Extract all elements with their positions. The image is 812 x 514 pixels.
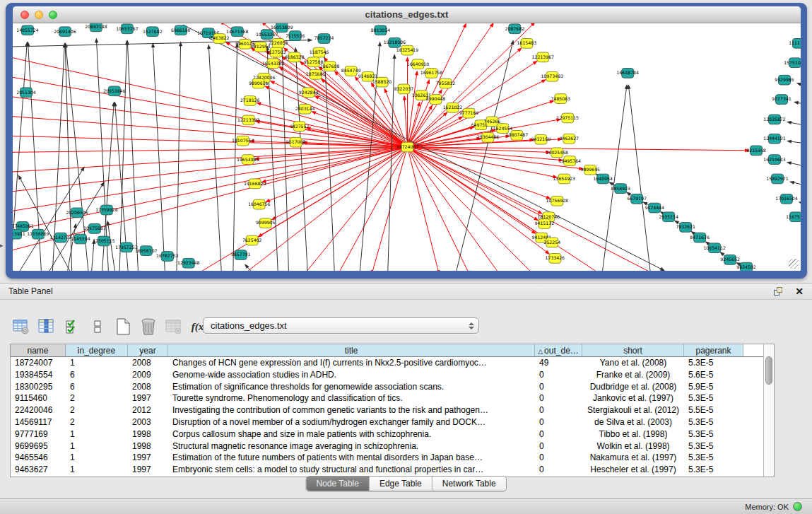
cell-title[interactable]: Estimation of the future numbers of pati…: [168, 452, 535, 464]
unselect-rows-button[interactable]: [89, 317, 106, 336]
cell-short[interactable]: Hescheler et al. (1997): [582, 464, 684, 476]
table-vertical-scrollbar[interactable]: [763, 344, 774, 477]
cell-name[interactable]: 18724007: [11, 357, 66, 369]
column-header-year[interactable]: year: [128, 344, 168, 356]
table-row[interactable]: 2242004622012Investigating the contribut…: [11, 404, 763, 416]
cell-short[interactable]: Jankovic et al. (1997): [582, 392, 684, 404]
network-edge[interactable]: [247, 267, 257, 271]
cell-title[interactable]: Structural magnetic resonance image aver…: [168, 440, 535, 452]
cell-short[interactable]: Dudbridge et al. (2008): [582, 381, 684, 393]
table-row[interactable]: 1456911722003Disruption of a novel membe…: [11, 416, 763, 428]
network-edge[interactable]: [13, 147, 407, 214]
cell-in_degree[interactable]: 2: [66, 416, 128, 428]
network-edge[interactable]: [261, 147, 408, 235]
table-row[interactable]: 969969511998Structural magnetic resonanc…: [11, 440, 763, 452]
cell-year[interactable]: 2012: [128, 404, 168, 416]
float-panel-icon[interactable]: [774, 287, 784, 296]
cell-pagerank[interactable]: 5.6E-5: [684, 369, 743, 381]
delete-table-button-disabled[interactable]: [165, 317, 182, 336]
table-row[interactable]: 946554611997Estimation of the future num…: [11, 452, 763, 464]
network-edge[interactable]: [629, 88, 651, 271]
cell-short[interactable]: Wolkin et al. (1998): [582, 440, 684, 452]
cell-out_de[interactable]: 0: [535, 381, 582, 393]
scrollbar-thumb[interactable]: [765, 356, 772, 385]
tab-network-table[interactable]: Network Table: [433, 477, 506, 491]
column-header-name[interactable]: name: [11, 344, 66, 356]
network-edge[interactable]: [454, 43, 512, 271]
tab-node-table[interactable]: Node Table: [306, 477, 370, 491]
table-row[interactable]: 946362711997Embryonic stem cells: a mode…: [11, 464, 763, 476]
cell-pagerank[interactable]: 5.3E-5: [684, 452, 743, 464]
network-edge[interactable]: [407, 26, 464, 147]
cell-name[interactable]: 9463627: [11, 464, 66, 476]
table-row[interactable]: 1872400712008Changes of HCN gene express…: [11, 357, 763, 369]
cell-pagerank[interactable]: 5.3E-5: [684, 416, 743, 428]
cell-year[interactable]: 1997: [128, 452, 168, 464]
network-edge[interactable]: [91, 243, 94, 271]
network-edge[interactable]: [119, 43, 127, 271]
table-settings-button[interactable]: [13, 317, 30, 336]
cell-year[interactable]: 2008: [128, 357, 168, 369]
cell-year[interactable]: 1997: [128, 392, 168, 404]
network-edge[interactable]: [127, 43, 138, 271]
cell-year[interactable]: 2008: [128, 381, 168, 393]
network-edge[interactable]: [194, 147, 408, 271]
select-all-button[interactable]: [64, 317, 81, 336]
cell-short[interactable]: Nakamura et al. (1997): [582, 452, 684, 464]
select-column-button[interactable]: [38, 317, 55, 336]
network-edge[interactable]: [259, 103, 407, 147]
network-edge[interactable]: [407, 147, 498, 271]
window-titlebar[interactable]: citations_edges.txt: [13, 6, 801, 23]
cell-out_de[interactable]: 0: [535, 392, 582, 404]
cell-name[interactable]: 9699695: [11, 440, 66, 452]
cell-pagerank[interactable]: 5.3E-5: [684, 392, 743, 404]
cell-pagerank[interactable]: 5.3E-5: [684, 464, 743, 476]
cell-pagerank[interactable]: 5.9E-5: [684, 381, 743, 393]
table-selector-dropdown[interactable]: citations_edges.txt: [203, 317, 479, 334]
network-edge[interactable]: [243, 147, 408, 271]
cell-out_de[interactable]: 0: [535, 404, 582, 416]
cell-title[interactable]: Disruption of a novel member of a sodium…: [168, 416, 535, 428]
network-edge[interactable]: [790, 141, 801, 146]
network-edge[interactable]: [790, 122, 801, 128]
cell-out_de[interactable]: 0: [535, 416, 582, 428]
cell-in_degree[interactable]: 2: [66, 404, 128, 416]
cell-pagerank[interactable]: 5.3E-5: [684, 357, 743, 369]
cell-short[interactable]: de Silva et al. (2003): [582, 416, 684, 428]
cell-year[interactable]: 1998: [128, 440, 168, 452]
cell-title[interactable]: Genome-wide association studies in ADHD.: [168, 369, 535, 381]
cell-out_de[interactable]: 0: [535, 369, 582, 381]
cell-in_degree[interactable]: 6: [66, 381, 128, 393]
cell-title[interactable]: Investigating the contribution of common…: [168, 404, 535, 416]
network-edge[interactable]: [13, 115, 407, 147]
cell-name[interactable]: 9465546: [11, 452, 66, 464]
cell-out_de[interactable]: 49: [535, 357, 582, 369]
column-header-title[interactable]: title: [168, 344, 535, 356]
network-edge[interactable]: [407, 147, 438, 271]
tab-edge-table[interactable]: Edge Table: [370, 477, 433, 491]
cell-in_degree[interactable]: 1: [66, 464, 128, 476]
new-column-button[interactable]: [114, 317, 131, 336]
column-header-out_de[interactable]: △out_de…: [535, 344, 582, 356]
cell-short[interactable]: Yano et al. (2008): [582, 357, 684, 369]
cell-title[interactable]: Changes of HCN gene expression and I(f) …: [168, 357, 535, 369]
close-panel-icon[interactable]: ✕: [795, 286, 804, 296]
cell-pagerank[interactable]: 5.5E-5: [684, 404, 743, 416]
cell-name[interactable]: 22420046: [11, 404, 66, 416]
cell-year[interactable]: 1998: [128, 428, 168, 440]
cell-short[interactable]: Franke et al. (2009): [582, 369, 684, 381]
network-edge[interactable]: [793, 182, 801, 189]
table-row[interactable]: 911546021997Tourette syndrome. Phenomeno…: [11, 392, 763, 404]
column-header-short[interactable]: short: [582, 344, 684, 356]
cell-in_degree[interactable]: 6: [66, 369, 128, 381]
column-header-in_degree[interactable]: in_degree: [66, 344, 128, 356]
network-edge[interactable]: [153, 46, 165, 271]
cell-in_degree[interactable]: 1: [66, 440, 128, 452]
cell-pagerank[interactable]: 5.3E-5: [684, 440, 743, 452]
column-header-pagerank[interactable]: pagerank: [684, 344, 743, 356]
cell-year[interactable]: 2003: [128, 416, 168, 428]
cell-name[interactable]: 9115460: [11, 392, 66, 404]
table-row[interactable]: 977716911998Corpus callosum shape and si…: [11, 428, 763, 440]
delete-column-button[interactable]: [140, 317, 157, 336]
network-graph[interactable]: 1872400714055724206914062089314810653267…: [13, 23, 801, 271]
